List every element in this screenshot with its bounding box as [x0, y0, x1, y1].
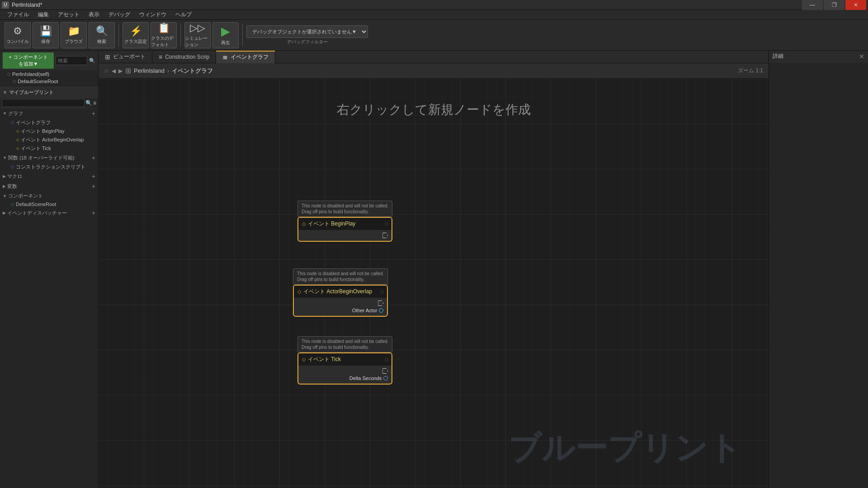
- component-self-bullet: ⬡: [7, 72, 10, 76]
- component-self[interactable]: ⬡ PerlinIsland(self): [0, 70, 98, 78]
- debug-filter-label: デバッグフィルター: [287, 39, 328, 45]
- construction-dot: ⬡: [11, 165, 14, 169]
- variables-add-button[interactable]: +: [92, 183, 95, 190]
- browse-button[interactable]: 📁 ブラウズ: [61, 22, 87, 48]
- blueprint-canvas[interactable]: 右クリックして新規ノードを作成 This node is disabled an…: [99, 79, 769, 488]
- menu-file[interactable]: ファイル: [4, 10, 33, 19]
- delta-seconds-pin-row: Delta Seconds: [302, 375, 388, 381]
- close-button[interactable]: ✕: [845, 0, 866, 10]
- graph-expand-icon: ▼: [3, 111, 7, 116]
- search-button[interactable]: 🔍 検索: [89, 22, 115, 48]
- menu-view[interactable]: 表示: [85, 10, 103, 19]
- tab-event-graph[interactable]: ≋ イベントグラフ: [216, 51, 275, 63]
- category-components[interactable]: ▼ コンポーネント: [0, 191, 98, 201]
- viewport-tab-label: ビューポート: [113, 53, 146, 61]
- scene-root-component-item[interactable]: ⬡ DefaultSceneRoot: [0, 201, 98, 208]
- menu-asset[interactable]: アセット: [54, 10, 83, 19]
- macros-add-button[interactable]: +: [92, 173, 95, 180]
- restore-button[interactable]: ❐: [824, 0, 844, 10]
- breadcrumb-sep: ›: [167, 68, 169, 74]
- tick-item[interactable]: ◇ イベント Tick: [0, 144, 98, 153]
- begin-play-label: イベント BeginPlay: [21, 128, 65, 135]
- menu-help[interactable]: ヘルプ: [172, 10, 195, 19]
- component-search-input[interactable]: [56, 56, 87, 65]
- scene-root-comp-label: DefaultSceneRoot: [16, 202, 56, 207]
- tick-exec-out-pin[interactable]: [382, 368, 388, 374]
- category-macros[interactable]: ▶ マクロ +: [0, 171, 98, 181]
- toolbar-separator-2: [180, 24, 181, 47]
- add-component-button[interactable]: + コンポーネントを追加▼: [3, 52, 54, 69]
- breadcrumb-root[interactable]: PerlinIsland: [134, 67, 165, 74]
- components-header: + コンポーネントを追加▼ 🔍: [0, 51, 98, 70]
- component-default-scene[interactable]: ⬡ DefaultSceneRoot: [0, 78, 98, 85]
- menu-edit[interactable]: 編集: [34, 10, 52, 19]
- delta-seconds-float-pin[interactable]: [383, 376, 388, 380]
- play-icon: ▶: [221, 24, 230, 38]
- actor-overlap-item[interactable]: ◇ イベント ActorBeginOverlap: [0, 136, 98, 144]
- tab-viewport[interactable]: ⊞ ビューポート: [99, 51, 152, 63]
- variables-expand-icon: ▶: [3, 184, 6, 188]
- category-functions[interactable]: ▼ 関数 (18 オーバーライド可能) +: [0, 153, 98, 163]
- actor-overlap-dot: ◇: [16, 138, 19, 142]
- components-expand-icon: ▼: [3, 194, 7, 198]
- event-graph-dot: ⬡: [11, 121, 14, 125]
- tick-corner: □: [385, 357, 388, 362]
- macros-expand-icon: ▶: [3, 174, 6, 178]
- favorite-icon[interactable]: ☆: [104, 68, 109, 74]
- begin-play-dot: ◇: [16, 129, 19, 133]
- dispatcher-add-button[interactable]: +: [92, 209, 95, 216]
- category-graph[interactable]: ▼ グラフ +: [0, 108, 98, 118]
- tick-dot: ◇: [16, 146, 19, 150]
- category-event-dispatcher[interactable]: ▶ イベントディスパッチャー +: [0, 208, 98, 218]
- class-default-button[interactable]: 📋 クラスのデフォルト: [151, 22, 177, 48]
- simulation-label: シミュレーション: [185, 35, 210, 48]
- category-variables[interactable]: ▶ 変数 +: [0, 181, 98, 191]
- viewport-tab-icon: ⊞: [105, 53, 110, 61]
- details-close-button[interactable]: ✕: [859, 53, 864, 60]
- play-button[interactable]: ▶ 再生: [212, 22, 239, 48]
- begin-play-node[interactable]: ◇ イベント BeginPlay □: [297, 217, 392, 242]
- component-search-icon: 🔍: [89, 58, 95, 64]
- compile-label: コンパイル: [6, 38, 29, 45]
- minimize-button[interactable]: —: [802, 0, 823, 10]
- tick-event-icon: ◇: [302, 357, 306, 362]
- tick-label: イベント Tick: [21, 145, 51, 152]
- window-title: PerlinIsland*: [12, 2, 802, 8]
- my-blueprint-header[interactable]: ▼ マイブループリント: [0, 87, 98, 98]
- actor-overlap-exec-out-pin[interactable]: [378, 300, 383, 306]
- search-icon: 🔍: [96, 25, 108, 37]
- save-button[interactable]: 💾 保存: [33, 22, 59, 48]
- blueprint-search-input[interactable]: [2, 99, 85, 107]
- event-graph-item[interactable]: ⬡ イベントグラフ: [0, 118, 98, 127]
- back-button[interactable]: ◀: [112, 68, 116, 74]
- tick-node[interactable]: ◇ イベント Tick □ Delta Seconds: [297, 352, 392, 385]
- functions-add-button[interactable]: +: [92, 154, 95, 161]
- scene-root-comp-dot: ⬡: [11, 202, 14, 206]
- save-icon: 💾: [40, 25, 52, 37]
- construction-tab-label: Construction Scrip: [165, 54, 209, 60]
- begin-play-exec-out-pin[interactable]: [382, 233, 388, 238]
- tab-construction-script[interactable]: ≡ Construction Scrip: [152, 51, 216, 63]
- forward-button[interactable]: ▶: [118, 68, 123, 74]
- simulation-button[interactable]: ▷▷ シミュレーション: [184, 22, 211, 48]
- simulation-icon: ▷▷: [190, 22, 205, 34]
- menu-window[interactable]: ウィンドウ: [136, 10, 170, 19]
- debug-object-select[interactable]: デバッグオブジェクトが選択されていません▼: [246, 25, 368, 38]
- menu-bar: ファイル 編集 アセット 表示 デバッグ ウィンドウ ヘルプ: [0, 10, 868, 20]
- event-graph-tab-icon: ≋: [222, 54, 228, 61]
- begin-play-body: [298, 230, 392, 241]
- class-settings-button[interactable]: ⚡ クラス設定: [123, 22, 149, 48]
- begin-play-exec-pin: [302, 233, 388, 238]
- construction-script-item[interactable]: ⬡ コンストラクションスクリプト: [0, 163, 98, 171]
- compile-button[interactable]: ⚙ コンパイル: [5, 22, 31, 48]
- graph-add-button[interactable]: +: [92, 110, 95, 117]
- begin-play-title: イベント BeginPlay: [308, 220, 355, 228]
- begin-play-item[interactable]: ◇ イベント BeginPlay: [0, 127, 98, 136]
- actor-overlap-node[interactable]: ◇ イベント ActorBeginOverlap □ Other Actor: [293, 285, 388, 317]
- other-actor-obj-pin[interactable]: [379, 308, 383, 313]
- tick-node-wrapper: This node is disabled and will not be ca…: [297, 336, 392, 385]
- begin-play-event-icon: ◇: [302, 221, 306, 227]
- save-label: 保存: [41, 38, 50, 45]
- breadcrumb-current: イベントグラフ: [172, 67, 213, 75]
- menu-debug[interactable]: デバッグ: [105, 10, 134, 19]
